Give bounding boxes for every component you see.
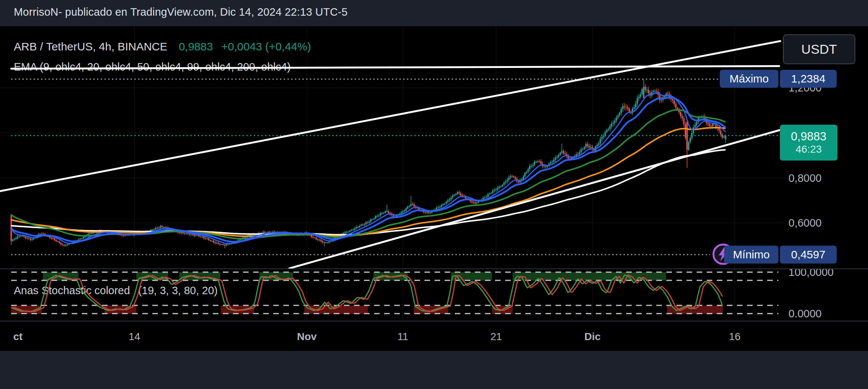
chart-canvas[interactable] xyxy=(0,26,868,351)
quote-currency-badge[interactable]: USDT xyxy=(783,34,855,64)
tradingview-snapshot: MorrisoN- publicado en TradingView.com, … xyxy=(0,0,868,389)
